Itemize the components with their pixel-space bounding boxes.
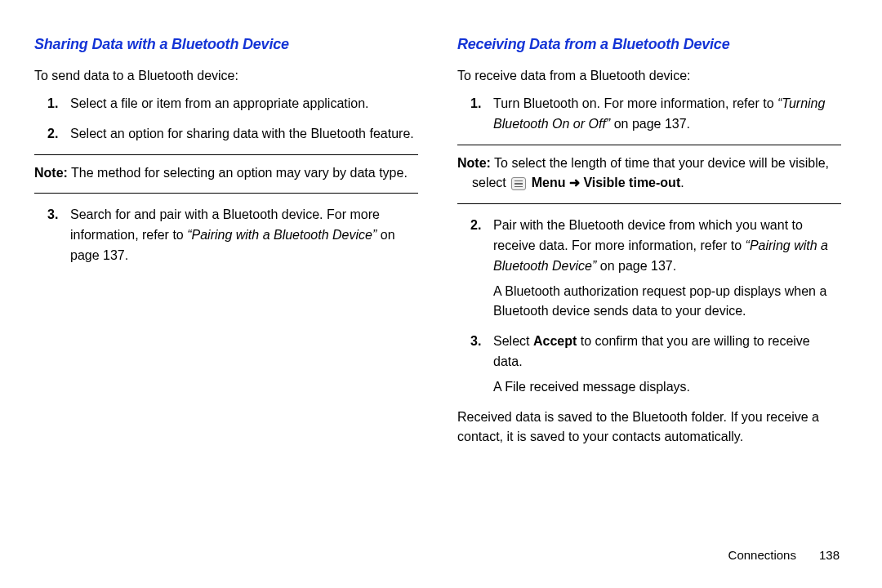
note-label: Note: (457, 156, 491, 170)
step-item: Pair with the Bluetooth device from whic… (470, 216, 841, 322)
step-item: Select a file or item from an appropriat… (47, 94, 418, 114)
step-item: Select Accept to confirm that you are wi… (470, 332, 841, 397)
step-text: Turn Bluetooth on. For more information,… (493, 96, 777, 110)
note-text: . (680, 176, 684, 189)
footer-section: Connections (728, 548, 796, 562)
step-item: Search for and pair with a Bluetooth dev… (47, 205, 418, 265)
step-text: Select (493, 334, 533, 348)
visible-timeout-label: Visible time-out (583, 176, 680, 189)
section-heading-sharing: Sharing Data with a Bluetooth Device (34, 36, 418, 53)
section-heading-receiving: Receiving Data from a Bluetooth Device (457, 36, 841, 53)
intro-text: To send data to a Bluetooth device: (34, 66, 418, 86)
note-label: Note: (34, 166, 68, 180)
step-text: on page 137. (610, 117, 690, 131)
steps-list-sharing-cont: Search for and pair with a Bluetooth dev… (47, 205, 418, 265)
cross-reference: “Pairing with a Bluetooth Device” (187, 228, 376, 242)
menu-label: Menu (532, 176, 566, 189)
left-column: Sharing Data with a Bluetooth Device To … (34, 36, 418, 448)
steps-list-sharing: Select a file or item from an appropriat… (47, 94, 418, 145)
arrow-icon: ➜ (565, 176, 583, 189)
step-text: on page 137. (596, 259, 676, 273)
note-box: Note: The method for selecting an option… (34, 154, 418, 194)
note-text: The method for selecting an option may v… (68, 166, 408, 180)
outro-text: Received data is saved to the Bluetooth … (457, 408, 841, 448)
steps-list-receiving-cont: Pair with the Bluetooth device from whic… (470, 216, 841, 397)
step-subtext: A Bluetooth authorization request pop-up… (493, 282, 841, 323)
intro-text: To receive data from a Bluetooth device: (457, 66, 841, 86)
page-footer: Connections138 (728, 548, 840, 562)
page-body: Sharing Data with a Bluetooth Device To … (0, 0, 882, 448)
right-column: Receiving Data from a Bluetooth Device T… (457, 36, 841, 448)
step-item: Turn Bluetooth on. For more information,… (470, 94, 841, 135)
footer-page-number: 138 (819, 548, 840, 562)
note-box: Note: To select the length of time that … (457, 145, 841, 205)
step-item: Select an option for sharing data with t… (47, 124, 418, 145)
step-subtext: A File received message displays. (493, 377, 841, 398)
menu-icon (511, 177, 526, 190)
steps-list-receiving: Turn Bluetooth on. For more information,… (470, 94, 841, 135)
accept-label: Accept (533, 334, 577, 348)
